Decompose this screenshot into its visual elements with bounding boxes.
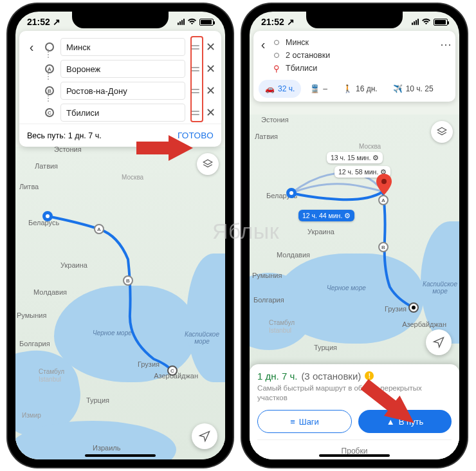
route-duration: 1 дн. 7 ч.	[257, 371, 297, 382]
bottom-sheet[interactable]: 1 дн. 7 ч. (3 остановки) ! Самый быстрый…	[250, 364, 459, 459]
screen-right: 21:52 ↗ ‹ Минск 2 остановки ⚲Тбилиси ⋯ 🚗…	[250, 12, 459, 459]
annotation-arrow	[136, 134, 194, 162]
phone-left: 21:52 ↗ ‹ ✕ A	[8, 4, 233, 467]
route-stops-count: (3 остановки)	[301, 371, 361, 382]
remove-stop-button[interactable]: ✕	[205, 40, 216, 54]
more-button[interactable]: ⋯	[440, 36, 452, 51]
map-right[interactable]: A B 13 ч. 15 мин. ⚙ 12 ч. 58 мин. ⚙ 12 ч…	[250, 115, 459, 459]
cellular-icon	[178, 19, 185, 25]
battery-icon	[199, 19, 214, 26]
stop-c-icon: C	[45, 108, 54, 117]
svg-point-1	[381, 179, 387, 184]
stop-input-2[interactable]	[60, 82, 185, 100]
waypoint-a: A	[378, 195, 389, 205]
mode-fly-tab[interactable]: ✈️10 ч. 25	[387, 80, 440, 98]
route-time-main[interactable]: 12 ч. 44 мин. ⚙	[298, 210, 354, 221]
waypoint-a: A	[94, 224, 104, 234]
location-arrow-icon: ↗	[53, 17, 60, 27]
battery-icon	[434, 19, 448, 26]
my-location-button[interactable]	[426, 329, 452, 355]
stop-input-0[interactable]	[60, 38, 185, 56]
stop-a-icon: A	[45, 64, 54, 73]
back-button[interactable]: ‹	[257, 36, 269, 52]
stops-icon	[274, 53, 279, 58]
summary-to: ⚲Тбилиси	[273, 62, 436, 75]
traffic-label: Пробки	[257, 439, 452, 456]
route-subtitle: Самый быстрый маршрут в объезд перекрыты…	[257, 383, 452, 403]
waypoint-c: C	[167, 365, 178, 376]
drag-handle-icon[interactable]	[190, 108, 199, 117]
wifi-icon	[421, 17, 431, 27]
my-location-button[interactable]	[192, 423, 217, 449]
route-main	[291, 192, 414, 308]
route-time-alt1[interactable]: 13 ч. 15 мин. ⚙	[327, 152, 383, 163]
waypoint-end	[408, 302, 419, 313]
stop-input-3[interactable]	[60, 104, 185, 122]
drag-handle-icon[interactable]	[190, 64, 199, 73]
back-button[interactable]: ‹	[24, 40, 39, 55]
drag-handle-icon[interactable]	[190, 86, 199, 95]
status-time: 21:52	[27, 17, 50, 27]
map-left[interactable]: A B C Эстония Латвия Литва Беларусь Моск…	[15, 147, 225, 459]
total-distance-label: Весь путь: 1 дн. 7 ч.	[27, 131, 102, 140]
notch	[306, 12, 403, 28]
annotation-arrow	[358, 378, 422, 430]
origin-icon	[45, 42, 54, 51]
route-line	[48, 216, 172, 371]
cellular-icon	[412, 19, 419, 25]
layers-button[interactable]	[197, 153, 219, 175]
home-indicator	[319, 454, 390, 457]
sheet-title: 1 дн. 7 ч. (3 остановки) !	[257, 371, 452, 382]
summary-from: Минск	[273, 36, 436, 49]
svg-marker-2	[358, 378, 422, 430]
stop-b-icon: B	[45, 86, 54, 95]
waypoint-start	[42, 211, 53, 221]
wifi-icon	[187, 17, 197, 27]
home-indicator	[85, 454, 156, 457]
svg-marker-0	[136, 135, 193, 161]
walk-icon: 🚶	[343, 84, 352, 93]
plane-icon: ✈️	[393, 84, 403, 93]
destination-marker-icon	[376, 174, 392, 196]
origin-icon	[274, 40, 279, 45]
mode-transit-tab[interactable]: 🚆–	[304, 80, 334, 98]
destination-pin-icon: ⚲	[273, 64, 280, 73]
remove-stop-button[interactable]: ✕	[205, 84, 216, 98]
summary-mid: 2 остановки	[273, 49, 436, 62]
route-summary-list[interactable]: Минск 2 остановки ⚲Тбилиси	[273, 36, 436, 75]
stop-input-1[interactable]	[60, 60, 185, 78]
transit-icon: 🚆	[310, 84, 320, 93]
car-icon: 🚗	[265, 84, 275, 93]
remove-stop-button[interactable]: ✕	[205, 62, 216, 76]
route-edit-card: ‹ ✕ A ✕ B ✕	[19, 31, 221, 147]
steps-button[interactable]: ≡Шаги	[257, 410, 352, 433]
waypoint-b: B	[378, 242, 389, 252]
drag-handle-icon[interactable]	[190, 42, 199, 51]
layers-button[interactable]	[431, 121, 453, 143]
phone-right: 21:52 ↗ ‹ Минск 2 остановки ⚲Тбилиси ⋯ 🚗…	[242, 4, 467, 467]
mode-walk-tab[interactable]: 🚶16 дн.	[336, 80, 384, 98]
list-icon: ≡	[290, 417, 295, 427]
mode-car-tab[interactable]: 🚗32 ч.	[259, 80, 301, 98]
waypoint-b: B	[123, 275, 133, 286]
notch	[72, 12, 169, 28]
waypoint-start	[286, 188, 297, 198]
route-summary-card: ‹ Минск 2 остановки ⚲Тбилиси ⋯ 🚗32 ч. 🚆–…	[253, 31, 455, 102]
remove-stop-button[interactable]: ✕	[205, 106, 216, 120]
travel-mode-tabs: 🚗32 ч. 🚆– 🚶16 дн. ✈️10 ч. 25	[257, 77, 452, 102]
status-time: 21:52	[261, 17, 284, 27]
screen-left: 21:52 ↗ ‹ ✕ A	[15, 12, 225, 459]
location-arrow-icon: ↗	[287, 17, 295, 27]
route-alt-2	[291, 184, 383, 193]
